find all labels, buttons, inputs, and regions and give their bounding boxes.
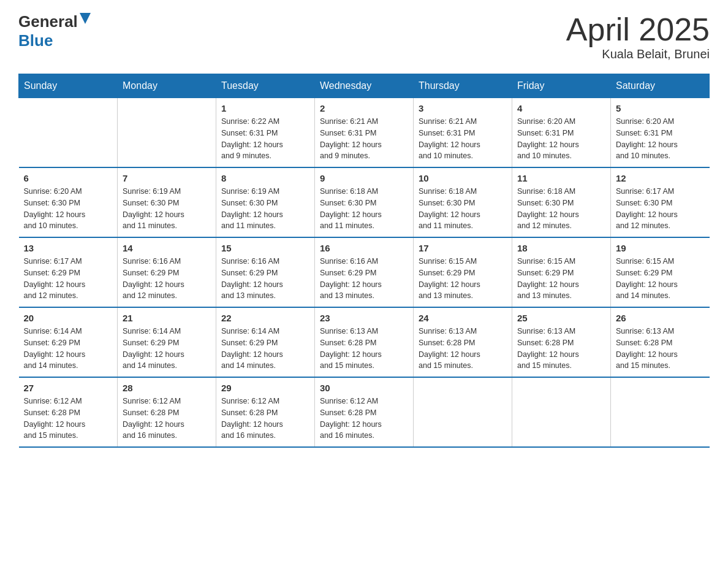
calendar-cell bbox=[118, 98, 216, 168]
svg-marker-0 bbox=[80, 13, 91, 24]
calendar-cell: 15Sunrise: 6:16 AM Sunset: 6:29 PM Dayli… bbox=[216, 237, 315, 307]
day-number: 16 bbox=[320, 243, 408, 253]
calendar-cell: 17Sunrise: 6:15 AM Sunset: 6:29 PM Dayli… bbox=[414, 237, 512, 307]
day-info: Sunrise: 6:15 AM Sunset: 6:29 PM Dayligh… bbox=[616, 256, 705, 302]
calendar-cell: 28Sunrise: 6:12 AM Sunset: 6:28 PM Dayli… bbox=[118, 377, 216, 447]
calendar-table: SundayMondayTuesdayWednesdayThursdayFrid… bbox=[18, 74, 710, 448]
calendar-cell bbox=[512, 377, 611, 447]
day-info: Sunrise: 6:13 AM Sunset: 6:28 PM Dayligh… bbox=[616, 326, 705, 372]
calendar-cell: 21Sunrise: 6:14 AM Sunset: 6:29 PM Dayli… bbox=[118, 307, 216, 377]
calendar-cell: 23Sunrise: 6:13 AM Sunset: 6:28 PM Dayli… bbox=[315, 307, 414, 377]
day-info: Sunrise: 6:22 AM Sunset: 6:31 PM Dayligh… bbox=[221, 116, 309, 162]
calendar-cell: 30Sunrise: 6:12 AM Sunset: 6:28 PM Dayli… bbox=[315, 377, 414, 447]
calendar-cell: 26Sunrise: 6:13 AM Sunset: 6:28 PM Dayli… bbox=[611, 307, 710, 377]
day-info: Sunrise: 6:16 AM Sunset: 6:29 PM Dayligh… bbox=[221, 256, 309, 302]
day-number: 28 bbox=[123, 383, 211, 393]
header-row: SundayMondayTuesdayWednesdayThursdayFrid… bbox=[19, 74, 710, 98]
day-number: 18 bbox=[517, 243, 605, 253]
day-number: 14 bbox=[123, 243, 211, 253]
header-cell-wednesday: Wednesday bbox=[315, 74, 414, 98]
day-info: Sunrise: 6:15 AM Sunset: 6:29 PM Dayligh… bbox=[517, 256, 605, 302]
calendar-cell: 12Sunrise: 6:17 AM Sunset: 6:30 PM Dayli… bbox=[611, 167, 710, 237]
day-info: Sunrise: 6:16 AM Sunset: 6:29 PM Dayligh… bbox=[123, 256, 211, 302]
day-info: Sunrise: 6:20 AM Sunset: 6:31 PM Dayligh… bbox=[616, 116, 705, 162]
calendar-week-1: 1Sunrise: 6:22 AM Sunset: 6:31 PM Daylig… bbox=[19, 98, 710, 168]
calendar-cell: 10Sunrise: 6:18 AM Sunset: 6:30 PM Dayli… bbox=[414, 167, 512, 237]
logo-blue-text: Blue bbox=[18, 31, 53, 50]
day-info: Sunrise: 6:14 AM Sunset: 6:29 PM Dayligh… bbox=[221, 326, 309, 372]
day-number: 7 bbox=[123, 173, 211, 183]
calendar-cell: 19Sunrise: 6:15 AM Sunset: 6:29 PM Dayli… bbox=[611, 237, 710, 307]
day-number: 23 bbox=[320, 313, 408, 323]
day-number: 27 bbox=[24, 383, 113, 393]
calendar-cell: 14Sunrise: 6:16 AM Sunset: 6:29 PM Dayli… bbox=[118, 237, 216, 307]
day-info: Sunrise: 6:20 AM Sunset: 6:30 PM Dayligh… bbox=[24, 186, 113, 232]
calendar-cell: 2Sunrise: 6:21 AM Sunset: 6:31 PM Daylig… bbox=[315, 98, 414, 168]
header-cell-thursday: Thursday bbox=[414, 74, 512, 98]
day-number: 25 bbox=[517, 313, 605, 323]
calendar-week-3: 13Sunrise: 6:17 AM Sunset: 6:29 PM Dayli… bbox=[19, 237, 710, 307]
day-info: Sunrise: 6:12 AM Sunset: 6:28 PM Dayligh… bbox=[320, 396, 408, 442]
day-info: Sunrise: 6:12 AM Sunset: 6:28 PM Dayligh… bbox=[123, 396, 211, 442]
day-number: 20 bbox=[24, 313, 113, 323]
day-info: Sunrise: 6:14 AM Sunset: 6:29 PM Dayligh… bbox=[24, 326, 113, 372]
calendar-week-2: 6Sunrise: 6:20 AM Sunset: 6:30 PM Daylig… bbox=[19, 167, 710, 237]
day-info: Sunrise: 6:12 AM Sunset: 6:28 PM Dayligh… bbox=[24, 396, 113, 442]
calendar-cell bbox=[19, 98, 118, 168]
header-cell-friday: Friday bbox=[512, 74, 611, 98]
day-number: 11 bbox=[517, 173, 605, 183]
calendar-body: 1Sunrise: 6:22 AM Sunset: 6:31 PM Daylig… bbox=[19, 98, 710, 448]
day-number: 21 bbox=[123, 313, 211, 323]
header-cell-monday: Monday bbox=[118, 74, 216, 98]
day-info: Sunrise: 6:19 AM Sunset: 6:30 PM Dayligh… bbox=[221, 186, 309, 232]
calendar-cell: 4Sunrise: 6:20 AM Sunset: 6:31 PM Daylig… bbox=[512, 98, 611, 168]
calendar-cell: 1Sunrise: 6:22 AM Sunset: 6:31 PM Daylig… bbox=[216, 98, 315, 168]
day-info: Sunrise: 6:13 AM Sunset: 6:28 PM Dayligh… bbox=[517, 326, 605, 372]
calendar-cell: 16Sunrise: 6:16 AM Sunset: 6:29 PM Dayli… bbox=[315, 237, 414, 307]
calendar-cell bbox=[414, 377, 512, 447]
day-info: Sunrise: 6:19 AM Sunset: 6:30 PM Dayligh… bbox=[123, 186, 211, 232]
calendar-week-4: 20Sunrise: 6:14 AM Sunset: 6:29 PM Dayli… bbox=[19, 307, 710, 377]
day-info: Sunrise: 6:18 AM Sunset: 6:30 PM Dayligh… bbox=[517, 186, 605, 232]
day-number: 8 bbox=[221, 173, 309, 183]
calendar-cell: 6Sunrise: 6:20 AM Sunset: 6:30 PM Daylig… bbox=[19, 167, 118, 237]
day-info: Sunrise: 6:13 AM Sunset: 6:28 PM Dayligh… bbox=[320, 326, 408, 372]
header-cell-tuesday: Tuesday bbox=[216, 74, 315, 98]
calendar-cell: 25Sunrise: 6:13 AM Sunset: 6:28 PM Dayli… bbox=[512, 307, 611, 377]
calendar-cell: 8Sunrise: 6:19 AM Sunset: 6:30 PM Daylig… bbox=[216, 167, 315, 237]
calendar-header: SundayMondayTuesdayWednesdayThursdayFrid… bbox=[19, 74, 710, 98]
calendar-title: April 2025 bbox=[566, 12, 710, 47]
day-number: 22 bbox=[221, 313, 309, 323]
day-number: 12 bbox=[616, 173, 705, 183]
day-number: 2 bbox=[320, 103, 408, 113]
day-number: 30 bbox=[320, 383, 408, 393]
calendar-cell: 27Sunrise: 6:12 AM Sunset: 6:28 PM Dayli… bbox=[19, 377, 118, 447]
day-number: 29 bbox=[221, 383, 309, 393]
day-info: Sunrise: 6:17 AM Sunset: 6:29 PM Dayligh… bbox=[24, 256, 113, 302]
calendar-cell: 24Sunrise: 6:13 AM Sunset: 6:28 PM Dayli… bbox=[414, 307, 512, 377]
day-info: Sunrise: 6:17 AM Sunset: 6:30 PM Dayligh… bbox=[616, 186, 705, 232]
day-number: 13 bbox=[24, 243, 113, 253]
day-number: 3 bbox=[419, 103, 507, 113]
logo: General Blue bbox=[18, 12, 91, 50]
day-info: Sunrise: 6:15 AM Sunset: 6:29 PM Dayligh… bbox=[419, 256, 507, 302]
day-info: Sunrise: 6:14 AM Sunset: 6:29 PM Dayligh… bbox=[123, 326, 211, 372]
day-info: Sunrise: 6:20 AM Sunset: 6:31 PM Dayligh… bbox=[517, 116, 605, 162]
day-info: Sunrise: 6:13 AM Sunset: 6:28 PM Dayligh… bbox=[419, 326, 507, 372]
day-number: 10 bbox=[419, 173, 507, 183]
calendar-cell: 5Sunrise: 6:20 AM Sunset: 6:31 PM Daylig… bbox=[611, 98, 710, 168]
calendar-subtitle: Kuala Belait, Brunei bbox=[566, 47, 710, 61]
calendar-cell bbox=[611, 377, 710, 447]
day-number: 19 bbox=[616, 243, 705, 253]
title-section: April 2025 Kuala Belait, Brunei bbox=[566, 12, 710, 61]
calendar-cell: 9Sunrise: 6:18 AM Sunset: 6:30 PM Daylig… bbox=[315, 167, 414, 237]
day-number: 5 bbox=[616, 103, 705, 113]
calendar-cell: 18Sunrise: 6:15 AM Sunset: 6:29 PM Dayli… bbox=[512, 237, 611, 307]
day-number: 15 bbox=[221, 243, 309, 253]
logo-triangle-icon bbox=[80, 13, 91, 26]
day-info: Sunrise: 6:18 AM Sunset: 6:30 PM Dayligh… bbox=[419, 186, 507, 232]
day-number: 6 bbox=[24, 173, 113, 183]
calendar-cell: 7Sunrise: 6:19 AM Sunset: 6:30 PM Daylig… bbox=[118, 167, 216, 237]
day-number: 24 bbox=[419, 313, 507, 323]
day-number: 1 bbox=[221, 103, 309, 113]
